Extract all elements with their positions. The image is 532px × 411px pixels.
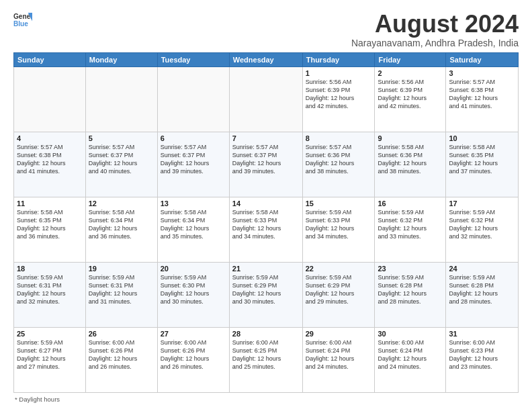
day-info: Sunrise: 5:56 AM Sunset: 6:39 PM Dayligh… <box>306 78 372 111</box>
day-info: Sunrise: 5:58 AM Sunset: 6:34 PM Dayligh… <box>89 208 154 241</box>
calendar-cell: 14Sunrise: 5:58 AM Sunset: 6:33 PM Dayli… <box>229 197 302 262</box>
calendar-cell: 26Sunrise: 6:00 AM Sunset: 6:26 PM Dayli… <box>85 327 157 392</box>
calendar-cell: 1Sunrise: 5:56 AM Sunset: 6:39 PM Daylig… <box>302 66 375 132</box>
day-info: Sunrise: 6:00 AM Sunset: 6:24 PM Dayligh… <box>378 338 443 371</box>
day-info: Sunrise: 5:59 AM Sunset: 6:28 PM Dayligh… <box>378 273 443 306</box>
calendar-cell <box>14 66 86 132</box>
day-info: Sunrise: 5:59 AM Sunset: 6:31 PM Dayligh… <box>89 273 154 306</box>
day-info: Sunrise: 5:59 AM Sunset: 6:30 PM Dayligh… <box>161 273 226 306</box>
day-info: Sunrise: 5:57 AM Sunset: 6:38 PM Dayligh… <box>449 78 515 111</box>
calendar-cell: 15Sunrise: 5:59 AM Sunset: 6:33 PM Dayli… <box>302 197 375 262</box>
calendar-cell: 10Sunrise: 5:58 AM Sunset: 6:35 PM Dayli… <box>446 132 519 197</box>
day-info: Sunrise: 5:59 AM Sunset: 6:28 PM Dayligh… <box>449 273 515 306</box>
day-info: Sunrise: 5:58 AM Sunset: 6:35 PM Dayligh… <box>17 208 83 241</box>
day-number: 21 <box>232 265 300 273</box>
day-number: 23 <box>378 265 443 273</box>
day-info: Sunrise: 5:59 AM Sunset: 6:33 PM Dayligh… <box>306 208 372 241</box>
day-number: 27 <box>161 330 226 338</box>
calendar-cell: 21Sunrise: 5:59 AM Sunset: 6:29 PM Dayli… <box>229 262 302 327</box>
calendar-cell: 17Sunrise: 5:59 AM Sunset: 6:32 PM Dayli… <box>446 197 519 262</box>
calendar-cell: 4Sunrise: 5:57 AM Sunset: 6:38 PM Daylig… <box>14 132 86 197</box>
calendar-cell: 13Sunrise: 5:58 AM Sunset: 6:34 PM Dayli… <box>157 197 229 262</box>
day-number: 16 <box>378 199 443 208</box>
day-number: 10 <box>449 134 515 142</box>
day-info: Sunrise: 5:59 AM Sunset: 6:31 PM Dayligh… <box>17 273 83 306</box>
day-number: 25 <box>17 330 83 338</box>
calendar-day-header-saturday: Saturday <box>446 52 519 66</box>
day-info: Sunrise: 5:57 AM Sunset: 6:37 PM Dayligh… <box>232 143 300 176</box>
calendar-cell: 30Sunrise: 6:00 AM Sunset: 6:24 PM Dayli… <box>375 327 446 392</box>
subtitle: Narayanavanam, Andhra Pradesh, India <box>351 38 519 48</box>
calendar-cell: 27Sunrise: 6:00 AM Sunset: 6:26 PM Dayli… <box>157 327 229 392</box>
day-number: 1 <box>306 69 372 77</box>
day-number: 14 <box>232 199 300 208</box>
calendar-cell: 22Sunrise: 5:59 AM Sunset: 6:29 PM Dayli… <box>302 262 375 327</box>
calendar-cell <box>229 66 302 132</box>
day-info: Sunrise: 5:59 AM Sunset: 6:32 PM Dayligh… <box>449 208 515 241</box>
calendar-cell: 31Sunrise: 6:00 AM Sunset: 6:23 PM Dayli… <box>446 327 519 392</box>
calendar-day-header-monday: Monday <box>85 52 157 66</box>
calendar-day-header-wednesday: Wednesday <box>229 52 302 66</box>
calendar-cell <box>85 66 157 132</box>
day-number: 18 <box>17 265 83 273</box>
calendar-cell: 11Sunrise: 5:58 AM Sunset: 6:35 PM Dayli… <box>14 197 86 262</box>
calendar-week-row: 1Sunrise: 5:56 AM Sunset: 6:39 PM Daylig… <box>14 66 519 132</box>
logo: General Blue <box>13 11 32 30</box>
calendar-cell: 6Sunrise: 5:57 AM Sunset: 6:37 PM Daylig… <box>157 132 229 197</box>
day-number: 26 <box>89 330 154 338</box>
calendar-cell: 12Sunrise: 5:58 AM Sunset: 6:34 PM Dayli… <box>85 197 157 262</box>
calendar-cell: 3Sunrise: 5:57 AM Sunset: 6:38 PM Daylig… <box>446 66 519 132</box>
header: General Blue August 2024 Narayanavanam, … <box>13 11 519 48</box>
day-number: 22 <box>306 265 372 273</box>
day-number: 15 <box>306 199 372 208</box>
day-number: 13 <box>161 199 226 208</box>
day-number: 12 <box>89 199 154 208</box>
day-info: Sunrise: 6:00 AM Sunset: 6:25 PM Dayligh… <box>232 338 300 371</box>
calendar-cell: 5Sunrise: 5:57 AM Sunset: 6:37 PM Daylig… <box>85 132 157 197</box>
day-info: Sunrise: 5:57 AM Sunset: 6:38 PM Dayligh… <box>17 143 83 176</box>
calendar-week-row: 18Sunrise: 5:59 AM Sunset: 6:31 PM Dayli… <box>14 262 519 327</box>
calendar-cell <box>157 66 229 132</box>
calendar-cell: 29Sunrise: 6:00 AM Sunset: 6:24 PM Dayli… <box>302 327 375 392</box>
main-title: August 2024 <box>351 11 519 38</box>
calendar-cell: 19Sunrise: 5:59 AM Sunset: 6:31 PM Dayli… <box>85 262 157 327</box>
day-info: Sunrise: 5:58 AM Sunset: 6:35 PM Dayligh… <box>449 143 515 176</box>
day-info: Sunrise: 5:56 AM Sunset: 6:39 PM Dayligh… <box>378 78 443 111</box>
day-info: Sunrise: 5:57 AM Sunset: 6:37 PM Dayligh… <box>89 143 154 176</box>
day-info: Sunrise: 6:00 AM Sunset: 6:24 PM Dayligh… <box>306 338 372 371</box>
calendar-day-header-sunday: Sunday <box>14 52 86 66</box>
calendar-cell: 9Sunrise: 5:58 AM Sunset: 6:36 PM Daylig… <box>375 132 446 197</box>
day-number: 20 <box>161 265 226 273</box>
calendar-cell: 28Sunrise: 6:00 AM Sunset: 6:25 PM Dayli… <box>229 327 302 392</box>
day-number: 5 <box>89 134 154 142</box>
day-info: Sunrise: 5:58 AM Sunset: 6:36 PM Dayligh… <box>378 143 443 176</box>
day-number: 7 <box>232 134 300 142</box>
day-number: 24 <box>449 265 515 273</box>
svg-text:Blue: Blue <box>13 20 28 28</box>
day-number: 9 <box>378 134 443 142</box>
calendar-day-header-thursday: Thursday <box>302 52 375 66</box>
day-number: 8 <box>306 134 372 142</box>
day-info: Sunrise: 6:00 AM Sunset: 6:26 PM Dayligh… <box>161 338 226 371</box>
calendar-cell: 20Sunrise: 5:59 AM Sunset: 6:30 PM Dayli… <box>157 262 229 327</box>
calendar-cell: 25Sunrise: 5:59 AM Sunset: 6:27 PM Dayli… <box>14 327 86 392</box>
day-number: 19 <box>89 265 154 273</box>
calendar-header-row: SundayMondayTuesdayWednesdayThursdayFrid… <box>14 52 519 66</box>
calendar-day-header-tuesday: Tuesday <box>157 52 229 66</box>
title-block: August 2024 Narayanavanam, Andhra Prades… <box>351 11 519 48</box>
calendar-week-row: 11Sunrise: 5:58 AM Sunset: 6:35 PM Dayli… <box>14 197 519 262</box>
day-number: 6 <box>161 134 226 142</box>
day-number: 11 <box>17 199 83 208</box>
calendar-cell: 7Sunrise: 5:57 AM Sunset: 6:37 PM Daylig… <box>229 132 302 197</box>
calendar-week-row: 4Sunrise: 5:57 AM Sunset: 6:38 PM Daylig… <box>14 132 519 197</box>
day-info: Sunrise: 5:59 AM Sunset: 6:27 PM Dayligh… <box>17 338 83 371</box>
calendar-day-header-friday: Friday <box>375 52 446 66</box>
calendar-cell: 18Sunrise: 5:59 AM Sunset: 6:31 PM Dayli… <box>14 262 86 327</box>
logo-icon: General Blue <box>13 11 32 30</box>
page: General Blue August 2024 Narayanavanam, … <box>0 0 532 411</box>
day-info: Sunrise: 5:58 AM Sunset: 6:33 PM Dayligh… <box>232 208 300 241</box>
day-info: Sunrise: 6:00 AM Sunset: 6:26 PM Dayligh… <box>89 338 154 371</box>
calendar-week-row: 25Sunrise: 5:59 AM Sunset: 6:27 PM Dayli… <box>14 327 519 392</box>
day-info: Sunrise: 5:59 AM Sunset: 6:32 PM Dayligh… <box>378 208 443 241</box>
calendar-cell: 23Sunrise: 5:59 AM Sunset: 6:28 PM Dayli… <box>375 262 446 327</box>
